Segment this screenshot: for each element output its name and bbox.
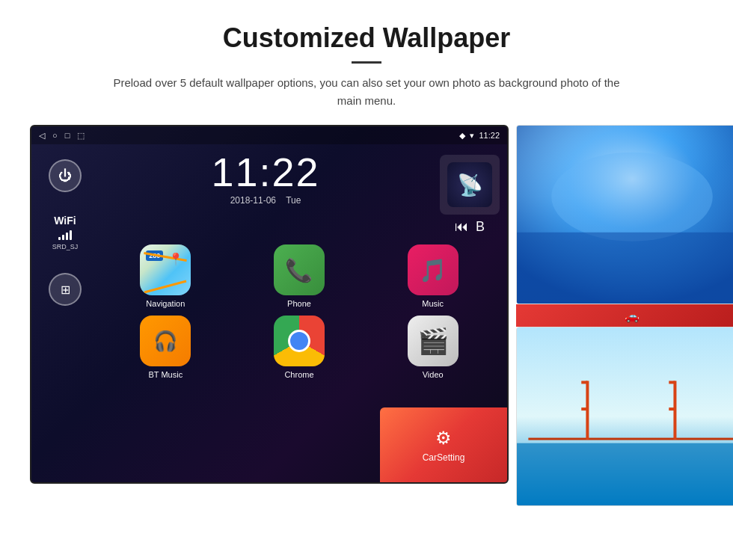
svg-rect-5 bbox=[528, 438, 733, 440]
wallpaper-bridge[interactable] bbox=[516, 327, 733, 506]
play-icon[interactable]: B bbox=[476, 219, 485, 235]
svg-rect-7 bbox=[581, 381, 587, 384]
signal-icon: 📡 bbox=[457, 173, 483, 197]
title-divider bbox=[352, 61, 381, 64]
bridge-wallpaper-bg bbox=[517, 327, 733, 505]
wifi-bar-1 bbox=[58, 237, 61, 240]
video-icon: 🎬 bbox=[408, 316, 458, 366]
app-chrome[interactable]: Chrome bbox=[236, 316, 363, 379]
wallpaper-ice[interactable] bbox=[516, 125, 733, 304]
prev-track-icon[interactable]: ⏮ bbox=[455, 219, 468, 235]
car-icon: 🚗 bbox=[625, 309, 640, 323]
bt-music-icon: 🎧 bbox=[140, 316, 191, 366]
ice-wallpaper-bg bbox=[517, 126, 733, 304]
apps-drawer-button[interactable]: ⊞ bbox=[49, 273, 82, 306]
chrome-icon bbox=[274, 316, 325, 366]
map-pin-icon: 📍 bbox=[168, 252, 183, 266]
grid-icon: ⊞ bbox=[61, 283, 70, 297]
chrome-label: Chrome bbox=[284, 370, 313, 379]
phone-label: Phone bbox=[287, 299, 311, 308]
wifi-ssid: SRD_SJ bbox=[52, 243, 79, 250]
svg-point-1 bbox=[551, 153, 713, 241]
app-phone[interactable]: 📞 Phone bbox=[236, 244, 363, 308]
carsetting-overlay[interactable]: ⚙ CarSetting bbox=[380, 407, 507, 482]
page-subtitle: Preload over 5 default wallpaper options… bbox=[105, 74, 628, 110]
media-icon: 📡 bbox=[447, 162, 492, 207]
wifi-bars bbox=[52, 230, 79, 240]
screenshot-icon[interactable]: ⬚ bbox=[77, 131, 85, 141]
power-button[interactable]: ⏻ bbox=[49, 159, 82, 192]
nav-icon: 280 📍 bbox=[140, 244, 191, 295]
nav-label: Navigation bbox=[146, 299, 185, 308]
wifi-label: WiFi bbox=[52, 215, 79, 227]
status-time: 11:22 bbox=[479, 131, 500, 140]
app-music[interactable]: 🎵 Music bbox=[369, 244, 496, 308]
svg-rect-8 bbox=[581, 407, 587, 410]
app-bt-music[interactable]: 🎧 BT Music bbox=[102, 316, 229, 379]
svg-rect-2 bbox=[517, 233, 733, 304]
content-area: ◁ ○ □ ⬚ ◆ ▾ 11:22 ⏻ bbox=[30, 125, 703, 506]
wifi-status-icon: ▾ bbox=[470, 131, 474, 141]
music-label: Music bbox=[422, 299, 444, 308]
wifi-bar-3 bbox=[66, 233, 68, 240]
svg-rect-4 bbox=[517, 443, 733, 505]
status-right: ◆ ▾ 11:22 bbox=[459, 131, 500, 141]
music-icon: 🎵 bbox=[408, 244, 458, 295]
status-bar: ◁ ○ □ ⬚ ◆ ▾ 11:22 bbox=[31, 126, 507, 144]
time-section: 11:22 2018-11-06 Tue bbox=[99, 152, 432, 206]
video-label: Video bbox=[423, 370, 444, 379]
status-left: ◁ ○ □ ⬚ bbox=[39, 131, 85, 141]
wallpaper-thumbnails: 🚗 bbox=[516, 125, 733, 506]
wifi-bar-2 bbox=[62, 235, 64, 240]
media-widget: 📡 bbox=[440, 155, 500, 215]
car-strip: 🚗 bbox=[516, 304, 733, 327]
map-road bbox=[144, 280, 187, 294]
carsetting-icon: ⚙ bbox=[435, 428, 452, 449]
location-icon: ◆ bbox=[459, 131, 465, 141]
svg-rect-11 bbox=[669, 407, 675, 410]
app-navigation[interactable]: 280 📍 Navigation bbox=[102, 244, 229, 308]
date-display: 2018-11-06 Tue bbox=[99, 195, 432, 206]
media-controls: ⏮ B bbox=[455, 219, 485, 235]
ice-svg bbox=[517, 126, 733, 304]
phone-icon: 📞 bbox=[274, 244, 325, 295]
page-title: Customized Wallpaper bbox=[30, 22, 703, 54]
power-icon: ⏻ bbox=[58, 168, 72, 184]
app-grid: 280 📍 Navigation 📞 bbox=[99, 241, 500, 383]
carsetting-label: CarSetting bbox=[423, 452, 465, 463]
wifi-bar-4 bbox=[70, 230, 72, 240]
recents-icon[interactable]: □ bbox=[65, 131, 70, 140]
back-icon[interactable]: ◁ bbox=[39, 131, 45, 141]
chrome-inner-circle bbox=[288, 330, 310, 352]
app-video[interactable]: 🎬 Video bbox=[369, 316, 496, 379]
header-section: Customized Wallpaper Preload over 5 defa… bbox=[30, 22, 703, 110]
svg-rect-10 bbox=[669, 381, 675, 384]
time-display: 11:22 bbox=[99, 152, 432, 192]
wifi-info: WiFi SRD_SJ bbox=[52, 215, 79, 250]
android-screen: ◁ ○ □ ⬚ ◆ ▾ 11:22 ⏻ bbox=[30, 125, 509, 484]
home-icon[interactable]: ○ bbox=[52, 131, 58, 140]
bt-music-label: BT Music bbox=[149, 370, 183, 379]
page-container: Customized Wallpaper Preload over 5 defa… bbox=[0, 0, 733, 521]
left-sidebar: ⏻ WiFi SRD_SJ ⊞ bbox=[31, 144, 99, 482]
bridge-svg bbox=[517, 327, 733, 505]
